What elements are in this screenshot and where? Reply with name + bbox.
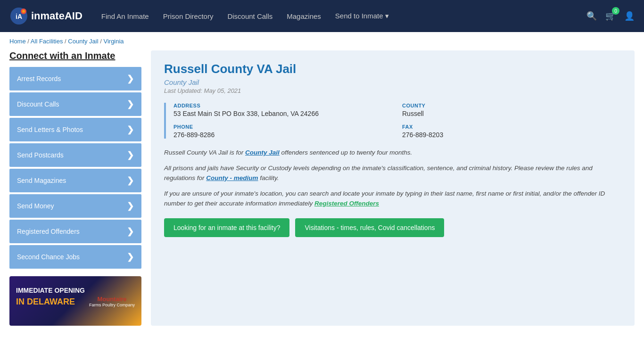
svg-text:iA: iA: [16, 13, 22, 20]
breadcrumb-state[interactable]: Virginia: [103, 38, 124, 45]
sidebar-item-discount-calls[interactable]: Discount Calls ❯: [9, 92, 141, 116]
header-icons: 🔍 🛒 0 👤: [586, 11, 635, 21]
fax-label: FAX: [402, 124, 621, 130]
phone-block: PHONE 276-889-8286: [173, 124, 393, 139]
logo-area[interactable]: iA inmateAID: [9, 7, 83, 25]
cart-wrapper[interactable]: 🛒 0: [605, 11, 616, 21]
registered-offenders-link[interactable]: Registered Offenders: [314, 200, 379, 207]
facility-name: Russell County VA Jail: [164, 62, 621, 76]
breadcrumb-all-facilities[interactable]: All Facilities: [31, 38, 63, 45]
county-value: Russell: [402, 110, 621, 117]
ad-text-main: IMMEDIATE OPENING: [16, 287, 85, 294]
main-nav: Find An Inmate Prison Directory Discount…: [101, 12, 586, 20]
arrow-icon: ❯: [127, 124, 134, 135]
arrow-icon: ❯: [127, 74, 134, 84]
user-icon[interactable]: 👤: [624, 11, 635, 21]
content-panel: Russell County VA Jail County Jail Last …: [151, 50, 635, 326]
looking-for-inmate-button[interactable]: Looking for an inmate at this facility?: [164, 218, 289, 237]
main-content: Connect with an Inmate Arrest Records ❯ …: [0, 50, 644, 335]
phone-label: PHONE: [173, 124, 393, 130]
fax-block: FAX 276-889-8203: [402, 124, 621, 139]
phone-value: 276-889-8286: [173, 131, 393, 139]
breadcrumb: Home / All Facilities / County Jail / Vi…: [0, 32, 644, 50]
description-section: Russell County VA Jail is for County Jai…: [164, 148, 621, 209]
nav-find-inmate[interactable]: Find An Inmate: [101, 12, 149, 20]
cart-badge: 0: [612, 7, 619, 15]
nav-magazines[interactable]: Magazines: [287, 12, 321, 20]
fax-value: 276-889-8203: [402, 131, 621, 139]
ad-logo-sub: Farms Poultry Company: [89, 302, 135, 307]
arrow-icon: ❯: [127, 150, 134, 160]
desc2: All prisons and jails have Security or C…: [164, 164, 621, 183]
county-label: COUNTY: [402, 103, 621, 108]
ad-text-sub: IN DELAWARE: [16, 297, 75, 307]
site-header: iA inmateAID Find An Inmate Prison Direc…: [0, 0, 644, 32]
address-label: ADDRESS: [173, 103, 393, 108]
logo-icon: iA: [9, 7, 28, 25]
sidebar-item-registered-offenders[interactable]: Registered Offenders ❯: [9, 220, 141, 243]
visitations-button[interactable]: Visitations - times, rules, Covid cancel…: [295, 218, 444, 237]
sidebar-item-second-chance-jobs[interactable]: Second Chance Jobs ❯: [9, 245, 141, 269]
facility-updated: Last Updated: May 05, 2021: [164, 87, 621, 94]
svg-point-3: [22, 10, 25, 13]
sidebar-title: Connect with an Inmate: [9, 50, 141, 61]
facility-type: County Jail: [164, 78, 621, 86]
facility-info-grid: ADDRESS 53 East Main St PO Box 338, Leba…: [164, 103, 621, 139]
breadcrumb-home[interactable]: Home: [9, 38, 26, 45]
county-medium-link[interactable]: County - medium: [206, 174, 258, 181]
arrow-icon: ❯: [127, 252, 134, 262]
logo-text: inmateAID: [31, 10, 83, 22]
sidebar-menu: Arrest Records ❯ Discount Calls ❯ Send L…: [9, 67, 141, 269]
sidebar: Connect with an Inmate Arrest Records ❯ …: [9, 50, 141, 326]
arrow-icon: ❯: [127, 201, 134, 211]
county-jail-link[interactable]: County Jail: [245, 149, 280, 156]
breadcrumb-county-jail[interactable]: County Jail: [68, 38, 98, 45]
sidebar-item-send-money[interactable]: Send Money ❯: [9, 194, 141, 218]
desc1: Russell County VA Jail is for County Jai…: [164, 148, 621, 158]
nav-send-to-inmate[interactable]: Send to Inmate ▾: [335, 12, 389, 20]
ad-logo-name: Mountaire: [89, 295, 135, 302]
search-icon[interactable]: 🔍: [586, 11, 597, 21]
nav-discount-calls[interactable]: Discount Calls: [227, 12, 272, 20]
sidebar-item-send-letters[interactable]: Send Letters & Photos ❯: [9, 118, 141, 141]
action-buttons: Looking for an inmate at this facility? …: [164, 218, 621, 237]
arrow-icon: ❯: [127, 175, 134, 186]
sidebar-item-arrest-records[interactable]: Arrest Records ❯: [9, 67, 141, 90]
address-block: ADDRESS 53 East Main St PO Box 338, Leba…: [173, 103, 393, 117]
nav-prison-directory[interactable]: Prison Directory: [163, 12, 214, 20]
ad-logo: Mountaire Farms Poultry Company: [89, 295, 135, 307]
sidebar-item-send-postcards[interactable]: Send Postcards ❯: [9, 143, 141, 167]
sidebar-ad[interactable]: IMMEDIATE OPENING IN DELAWARE Mountaire …: [9, 276, 141, 326]
address-value: 53 East Main St PO Box 338, Lebanon, VA …: [173, 110, 393, 117]
arrow-icon: ❯: [127, 99, 134, 109]
desc3: If you are unsure of your inmate's locat…: [164, 189, 621, 209]
sidebar-item-send-magazines[interactable]: Send Magazines ❯: [9, 169, 141, 192]
arrow-icon: ❯: [127, 226, 134, 237]
county-block: COUNTY Russell: [402, 103, 621, 117]
